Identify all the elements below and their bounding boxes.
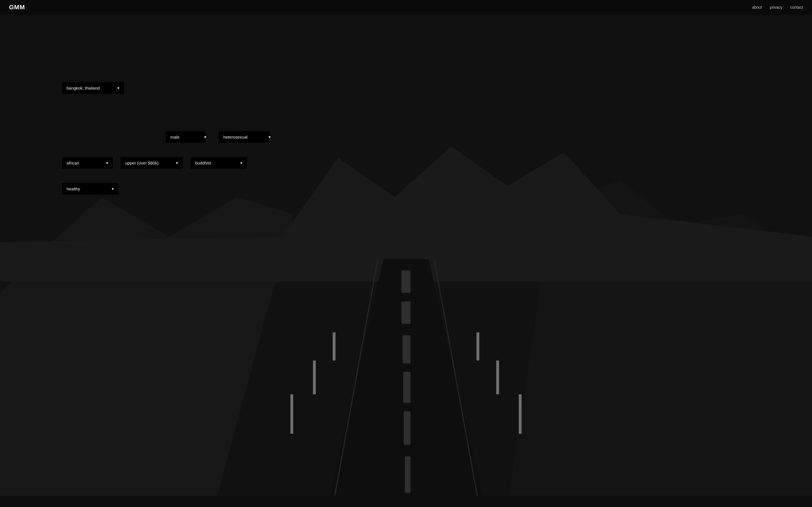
class-select[interactable]: upper (over $80k)middle ($40k-$80k)lower… xyxy=(121,157,183,169)
navbar: GMM about privacy contact xyxy=(0,0,812,15)
health-select[interactable]: healthyminor illnessmajor illnessdisable… xyxy=(62,183,118,194)
religion-select[interactable]: buddhistchristianhindujewishmuslimnoneot… xyxy=(191,157,247,169)
evacuating-from-select[interactable]: bangkok, thailandmanila, philippinesnair… xyxy=(62,82,124,94)
health-select-wrapper: healthyminor illnessmajor illnessdisable… xyxy=(62,183,118,194)
orientation-select-wrapper: heterosexualhomosexualbisexualother xyxy=(219,131,275,143)
religion-select-wrapper: buddhistchristianhindujewishmuslimnoneot… xyxy=(191,157,247,169)
orientation-select[interactable]: heterosexualhomosexualbisexualother xyxy=(219,131,269,143)
nav-about[interactable]: about xyxy=(752,5,762,10)
race-select-wrapper: africanasiancaucasianhispanicother xyxy=(62,157,113,169)
site-logo: GMM xyxy=(9,4,25,11)
nav-privacy[interactable]: privacy xyxy=(770,5,782,10)
race-select[interactable]: africanasiancaucasianhispanicother xyxy=(62,157,113,169)
sex-select[interactable]: malefemaleother xyxy=(166,131,205,143)
class-select-wrapper: upper (over $80k)middle ($40k-$80k)lower… xyxy=(121,157,183,169)
evacuating-from-select-wrapper: bangkok, thailandmanila, philippinesnair… xyxy=(62,82,124,94)
nav-contact[interactable]: contact xyxy=(790,5,803,10)
svg-rect-20 xyxy=(0,0,812,507)
sex-select-wrapper: malefemaleother xyxy=(166,131,211,143)
nav-links: about privacy contact xyxy=(752,5,803,10)
